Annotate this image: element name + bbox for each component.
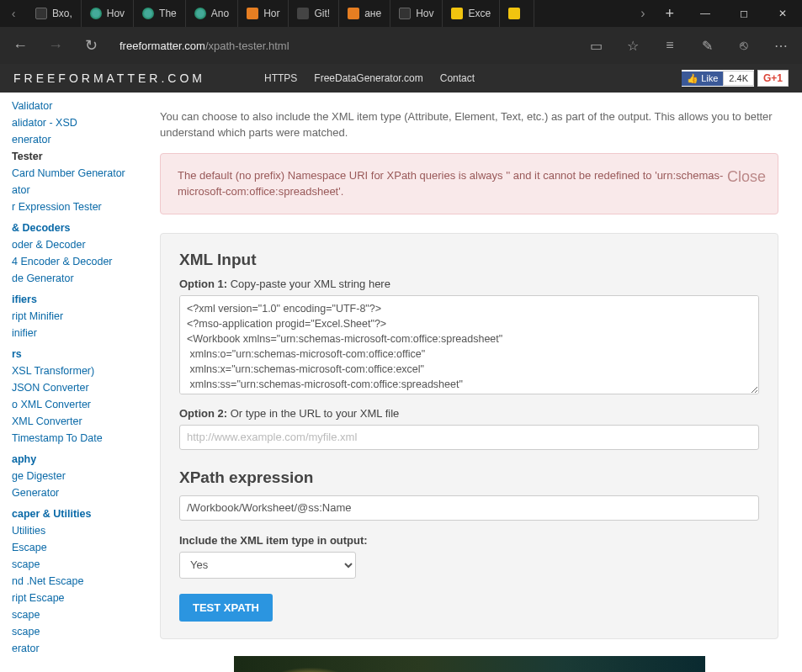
banner-ad[interactable]: КОРОЛЕВСТВА [234,656,705,672]
sidebar-item[interactable]: ript Escape [0,590,145,606]
browser-tab[interactable]: Ano [186,0,238,27]
browser-tab[interactable]: Git! [289,0,339,27]
sidebar-header[interactable]: rs [0,341,145,362]
favorite-icon[interactable]: ☆ [620,38,645,54]
tab-label: ане [364,8,381,19]
like-count: 2.4K [723,71,754,86]
nav-forward[interactable]: → [44,37,67,55]
browser-tab[interactable] [500,0,534,27]
sidebar-item[interactable]: XSL Transformer) [0,362,145,379]
browser-tab[interactable]: Hov [390,0,443,27]
tab-label: Git! [314,8,330,19]
intro-text: You can choose to also include the XML i… [160,109,778,141]
tab-favicon [194,8,206,19]
new-tab-button[interactable]: + [653,5,686,23]
site-brand[interactable]: FREEFORMATTER.COM [13,71,205,85]
sidebar-item[interactable]: Card Number Generator [0,165,145,182]
tab-scroll-left[interactable]: ‹ [5,7,22,20]
sidebar-item[interactable]: Timestamp To Date [0,430,145,447]
browser-tab[interactable]: Hor [238,0,289,27]
hub-icon[interactable]: ≡ [657,38,682,53]
sidebar-item[interactable]: enerator [0,131,145,148]
google-plus-button[interactable]: G+1 [757,70,789,87]
tab-favicon [35,8,47,19]
include-type-select[interactable]: Yes [179,552,356,579]
tab-label: Hor [263,8,279,19]
tab-favicon [247,8,258,19]
browser-tab[interactable]: Exce [443,0,500,27]
url-field[interactable]: freeformatter.com/xpath-tester.html [114,40,571,52]
site-topbar: FREEFORMATTER.COM HTTPS FreeDataGenerato… [0,64,802,93]
sidebar-item[interactable]: Utilities [0,522,145,539]
sidebar-item[interactable]: 4 Encoder & Decoder [0,253,145,270]
reading-view-icon[interactable]: ▭ [583,38,608,54]
option1-label: Option 1: Copy-paste your XML string her… [179,278,759,290]
xpath-heading: XPath expression [179,468,759,487]
browser-tab[interactable]: ане [339,0,390,27]
sidebar-item[interactable]: Escape [0,539,145,556]
browser-tab[interactable]: Hov [82,0,134,27]
xpath-input[interactable] [179,495,759,521]
sidebar-item[interactable]: Generator [0,484,145,501]
tab-label: Hov [416,8,433,19]
window-maximize[interactable]: ◻ [725,0,763,27]
browser-tab[interactable]: Вхо, [27,0,82,27]
sidebar-header[interactable]: caper & Utilities [0,501,145,522]
window-close[interactable]: ✕ [763,0,802,27]
alert-close-button[interactable]: Close [727,166,766,188]
test-xpath-button[interactable]: TEST XPATH [179,594,273,622]
nav-refresh[interactable]: ↻ [79,36,103,55]
sidebar-item[interactable]: ript Minifier [0,308,145,325]
tab-scroll-right[interactable]: › [632,6,653,21]
sidebar-item[interactable]: JSON Converter [0,379,145,396]
sidebar-item[interactable]: ge Digester [0,468,145,484]
sidebar-item[interactable]: scape [0,623,145,640]
sidebar-item[interactable]: scape [0,606,145,623]
include-type-label: Include the XML item type in output: [179,534,759,547]
main-content: You can choose to also include the XML i… [145,93,802,672]
sidebar-item[interactable]: r Expression Tester [0,198,145,215]
browser-tab[interactable]: The [134,0,186,27]
sidebar-header[interactable]: aphy [0,447,145,468]
sidebar-header[interactable]: & Decoders [0,215,145,236]
tab-label: Вхо, [52,8,72,19]
sidebar-header[interactable]: ifiers [0,287,145,308]
nav-back[interactable]: ← [8,37,32,55]
sidebar-item[interactable]: ator [0,182,145,198]
sidebar-item[interactable]: inifier [0,325,145,341]
option2-label: Option 2: Or type in the URL to your XML… [179,407,759,420]
tab-favicon [348,8,359,19]
tab-favicon [297,8,309,19]
browser-titlebar: ‹ Вхо,HovTheAnoHorGit!анеHovExce › + — ◻… [0,0,802,27]
sidebar-item[interactable]: scape [0,556,145,573]
tab-favicon [508,8,520,19]
sidebar-item[interactable]: Validator [0,98,145,114]
alert-message: The default (no prefix) Namespace URI fo… [178,169,723,198]
toplink-contact[interactable]: Contact [440,72,475,84]
sidebar-item[interactable]: XML Converter [0,413,145,430]
sidebar-item[interactable]: erator [0,640,145,657]
tab-favicon [142,8,154,19]
window-minimize[interactable]: — [686,0,725,27]
error-alert: The default (no prefix) Namespace URI fo… [160,153,778,214]
facebook-like[interactable]: 👍Like 2.4K [682,70,754,87]
share-icon[interactable]: ⎋ [731,38,757,53]
tab-label: Hov [107,8,125,19]
sidebar-item[interactable]: de Generator [0,270,145,287]
xml-url-input[interactable] [179,425,759,450]
notes-icon[interactable]: ✎ [694,38,720,54]
xml-input-textarea[interactable] [179,295,759,394]
sidebar-item[interactable]: nd .Net Escape [0,573,145,590]
sidebar-item[interactable]: o XML Converter [0,396,145,413]
more-icon[interactable]: ⋯ [768,38,794,54]
url-domain: freeformatter.com [120,40,205,52]
toplink-freedatagen[interactable]: FreeDataGenerator.com [314,72,422,84]
tab-favicon [399,8,411,19]
input-panel: XML Input Option 1: Copy-paste your XML … [160,233,778,639]
toplink-https[interactable]: HTTPS [264,72,297,84]
sidebar-item-active[interactable]: Tester [0,148,145,165]
tab-favicon [451,8,463,19]
sidebar-item[interactable]: oder & Decoder [0,236,145,253]
tab-label: Exce [468,8,491,19]
sidebar-item[interactable]: alidator - XSD [0,114,145,131]
